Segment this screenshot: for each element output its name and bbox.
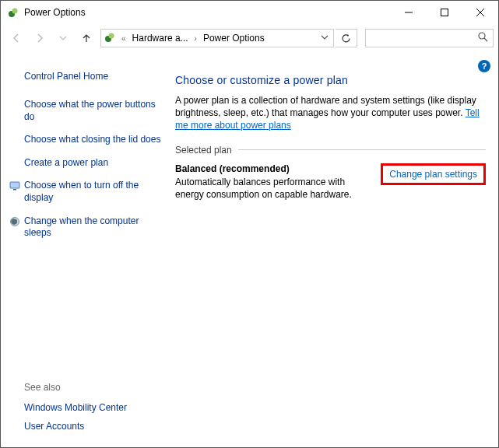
breadcrumb-power-options[interactable]: Power Options <box>203 33 265 44</box>
svg-rect-11 <box>13 189 16 191</box>
navigation-bar: « Hardware a... › Power Options <box>1 24 498 52</box>
search-input[interactable] <box>365 29 494 47</box>
help-icon[interactable]: ? <box>478 60 490 72</box>
sidebar-link-create-plan[interactable]: Create a power plan <box>24 157 164 170</box>
up-button[interactable] <box>76 27 97 49</box>
svg-rect-10 <box>10 182 19 188</box>
svg-line-9 <box>484 38 487 41</box>
power-options-icon <box>104 32 115 45</box>
plan-name: Balanced (recommended) <box>175 163 373 174</box>
refresh-button[interactable] <box>336 29 357 47</box>
see-also-user-accounts[interactable]: User Accounts <box>24 421 164 432</box>
selected-plan-header: Selected plan <box>175 145 486 156</box>
plan-info: Balanced (recommended) Automatically bal… <box>175 163 373 201</box>
address-bar[interactable]: « Hardware a... › Power Options <box>100 29 334 47</box>
control-panel-home-link[interactable]: Control Panel Home <box>24 71 164 82</box>
see-also-label: See also <box>24 382 164 393</box>
selected-plan-label: Selected plan <box>175 145 232 156</box>
breadcrumb-prefix: « <box>120 34 128 43</box>
breadcrumb-hardware[interactable]: Hardware a... <box>132 33 188 44</box>
maximize-button[interactable] <box>427 1 462 24</box>
svg-point-8 <box>479 33 485 39</box>
page-description: A power plan is a collection of hardware… <box>175 94 486 132</box>
description-text: A power plan is a collection of hardware… <box>175 95 476 118</box>
sidebar-link-computer-sleeps[interactable]: Change when the computer sleeps <box>24 215 164 240</box>
recent-dropdown-icon[interactable] <box>52 27 74 49</box>
back-button[interactable] <box>5 27 27 49</box>
search-icon <box>478 32 488 44</box>
sidebar-link-closing-lid[interactable]: Choose what closing the lid does <box>24 134 164 146</box>
svg-rect-3 <box>441 9 448 16</box>
window-controls <box>391 1 498 24</box>
chevron-right-icon: › <box>193 34 199 43</box>
sleep-icon <box>9 215 21 228</box>
display-icon <box>9 180 21 192</box>
sidebar-link-turn-off-display[interactable]: Choose when to turn off the display <box>24 180 164 204</box>
see-also-mobility-center[interactable]: Windows Mobility Center <box>24 402 164 413</box>
close-button[interactable] <box>462 1 498 24</box>
page-heading: Choose or customize a power plan <box>175 74 486 86</box>
divider <box>238 149 486 150</box>
change-plan-settings-link[interactable]: Change plan settings <box>389 169 477 180</box>
svg-point-7 <box>109 33 114 38</box>
change-plan-highlight: Change plan settings <box>381 163 486 185</box>
svg-point-1 <box>12 9 18 14</box>
chevron-down-icon[interactable] <box>319 33 330 43</box>
plan-description: Automatically balances performance with … <box>175 176 373 201</box>
window-title: Power Options <box>24 7 86 18</box>
main-panel: Choose or customize a power plan A power… <box>175 52 498 447</box>
minimize-button[interactable] <box>391 1 427 24</box>
power-options-icon <box>7 6 19 19</box>
sidebar-link-power-buttons[interactable]: Choose what the power buttons do <box>24 99 164 123</box>
plan-row: Balanced (recommended) Automatically bal… <box>175 163 486 201</box>
titlebar: Power Options <box>1 1 498 24</box>
sidebar: Control Panel Home Choose what the power… <box>1 52 175 447</box>
forward-button[interactable] <box>29 27 51 49</box>
content-area: Control Panel Home Choose what the power… <box>1 52 498 447</box>
